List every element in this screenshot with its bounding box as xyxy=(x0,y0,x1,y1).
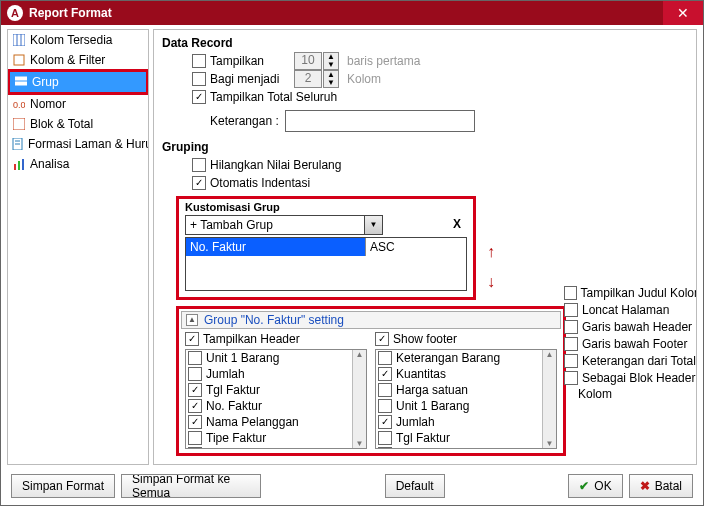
list-label: Jumlah xyxy=(206,367,245,381)
list-item[interactable]: Keterangan xyxy=(186,446,366,449)
add-group-combo[interactable]: + Tambah Grup xyxy=(185,215,365,235)
list-checkbox[interactable] xyxy=(378,431,392,445)
group-setting-header[interactable]: ▲ Group "No. Faktur" setting xyxy=(181,311,561,329)
option-checkbox[interactable] xyxy=(564,371,578,385)
list-checkbox[interactable] xyxy=(378,447,392,449)
header-fields-list[interactable]: Unit 1 BarangJumlahTgl FakturNo. FakturN… xyxy=(185,349,367,449)
show-checkbox[interactable] xyxy=(192,54,206,68)
option-label: Garis bawah Header xyxy=(582,320,692,334)
list-checkbox[interactable] xyxy=(378,415,392,429)
collapse-icon[interactable]: ▲ xyxy=(186,314,198,326)
list-checkbox[interactable] xyxy=(188,367,202,381)
svg-rect-11 xyxy=(14,164,16,170)
sidebar-item-filter[interactable]: Kolom & Filter xyxy=(8,50,148,70)
list-item[interactable]: Tgl Faktur xyxy=(186,382,366,398)
option-label: Tampilkan Judul Kolom xyxy=(581,286,697,300)
list-item[interactable]: Unit 1 Barang xyxy=(186,350,366,366)
option-checkbox[interactable] xyxy=(564,354,578,368)
list-item[interactable]: Jumlah xyxy=(186,366,366,382)
sidebar-item-number[interactable]: 0.0Nomor xyxy=(8,94,148,114)
svg-rect-7 xyxy=(13,118,25,130)
save-format-button[interactable]: Simpan Format xyxy=(11,474,115,498)
close-button[interactable]: ✕ xyxy=(663,1,703,25)
sidebar-item-label: Blok & Total xyxy=(30,117,93,131)
scrollbar[interactable] xyxy=(542,350,556,448)
option-label: Keterangan dari Total xyxy=(582,354,696,368)
option-checkbox[interactable] xyxy=(564,337,578,351)
footer-fields-list[interactable]: Keterangan BarangKuantitasHarga satuanUn… xyxy=(375,349,557,449)
option-checkbox[interactable] xyxy=(564,320,578,334)
list-checkbox[interactable] xyxy=(378,367,392,381)
move-down-button[interactable]: ↓ xyxy=(487,273,495,291)
list-checkbox[interactable] xyxy=(378,399,392,413)
list-checkbox[interactable] xyxy=(188,431,202,445)
ok-button[interactable]: ✔OK xyxy=(568,474,622,498)
keterangan-input[interactable] xyxy=(285,110,475,132)
sidebar-item-block[interactable]: Blok & Total xyxy=(8,114,148,134)
list-item[interactable]: No. Faktur xyxy=(186,398,366,414)
default-button[interactable]: Default xyxy=(385,474,445,498)
option-checkbox[interactable] xyxy=(564,286,577,300)
sidebar-item-analysis[interactable]: Analisa xyxy=(8,154,148,174)
option-item[interactable]: Loncat Halaman xyxy=(564,301,697,318)
scrollbar[interactable] xyxy=(352,350,366,448)
option-checkbox[interactable] xyxy=(564,303,578,317)
list-checkbox[interactable] xyxy=(378,351,392,365)
option-item[interactable]: Tampilkan Judul Kolom xyxy=(564,284,697,301)
auto-indent-label: Otomatis Indentasi xyxy=(210,176,310,190)
list-label: No. Faktur xyxy=(206,399,262,413)
list-item[interactable]: Jumlah xyxy=(376,414,556,430)
auto-indent-checkbox[interactable] xyxy=(192,176,206,190)
split-spin[interactable] xyxy=(323,70,339,88)
list-label: Tgl Faktur xyxy=(206,383,260,397)
list-item[interactable]: Tgl Faktur xyxy=(376,430,556,446)
sidebar-item-group[interactable]: Grup xyxy=(10,72,146,92)
show-spin[interactable] xyxy=(323,52,339,70)
split-suffix: Kolom xyxy=(347,72,381,86)
filter-icon xyxy=(12,53,26,67)
list-checkbox[interactable] xyxy=(188,447,202,449)
list-item[interactable]: Keterangan Barang xyxy=(376,350,556,366)
group-options: Tampilkan Judul KolomLoncat HalamanGaris… xyxy=(564,284,697,401)
group-setting-box: ▲ Group "No. Faktur" setting Tampilkan H… xyxy=(176,306,566,456)
sidebar-item-page[interactable]: Formasi Laman & Huruf xyxy=(8,134,148,154)
sidebar: Kolom Tersedia Kolom & Filter Grup 0.0No… xyxy=(7,29,149,465)
list-checkbox[interactable] xyxy=(188,415,202,429)
show-value[interactable]: 10 xyxy=(294,52,322,70)
group-row[interactable]: No. Faktur ASC xyxy=(186,238,466,256)
cancel-button[interactable]: ✖Batal xyxy=(629,474,693,498)
list-item[interactable]: Tipe Faktur xyxy=(186,430,366,446)
list-checkbox[interactable] xyxy=(188,351,202,365)
option-item[interactable]: Garis bawah Header xyxy=(564,318,697,335)
option-item[interactable]: Garis bawah Footer xyxy=(564,335,697,352)
sidebar-item-label: Kolom Tersedia xyxy=(30,33,113,47)
list-item[interactable]: Unit 1 Barang xyxy=(376,398,556,414)
option-item[interactable]: Sebagai Blok Header xyxy=(564,369,697,386)
add-group-dropdown-button[interactable]: ▼ xyxy=(365,215,383,235)
save-format-all-button[interactable]: Simpan Format ke Semua xyxy=(121,474,261,498)
show-footer-checkbox[interactable] xyxy=(375,332,389,346)
chart-icon xyxy=(12,157,26,171)
list-checkbox[interactable] xyxy=(188,383,202,397)
sidebar-item-columns[interactable]: Kolom Tersedia xyxy=(8,30,148,50)
split-value[interactable]: 2 xyxy=(294,70,322,88)
delete-column-header: X xyxy=(453,217,461,231)
group-grid[interactable]: No. Faktur ASC xyxy=(185,237,467,291)
move-up-button[interactable]: ↑ xyxy=(487,243,495,261)
hide-repeat-checkbox[interactable] xyxy=(192,158,206,172)
split-checkbox[interactable] xyxy=(192,72,206,86)
svg-rect-12 xyxy=(18,161,20,170)
list-item[interactable]: No. Faktur xyxy=(376,446,556,449)
list-label: Unit 1 Barang xyxy=(396,399,469,413)
list-label: Unit 1 Barang xyxy=(206,351,279,365)
list-checkbox[interactable] xyxy=(188,399,202,413)
number-icon: 0.0 xyxy=(12,97,26,111)
list-item[interactable]: Harga satuan xyxy=(376,382,556,398)
option-item[interactable]: Keterangan dari Total xyxy=(564,352,697,369)
list-item[interactable]: Nama Pelanggan xyxy=(186,414,366,430)
list-checkbox[interactable] xyxy=(378,383,392,397)
window-title: Report Format xyxy=(29,6,663,20)
show-header-checkbox[interactable] xyxy=(185,332,199,346)
show-total-checkbox[interactable] xyxy=(192,90,206,104)
list-item[interactable]: Kuantitas xyxy=(376,366,556,382)
